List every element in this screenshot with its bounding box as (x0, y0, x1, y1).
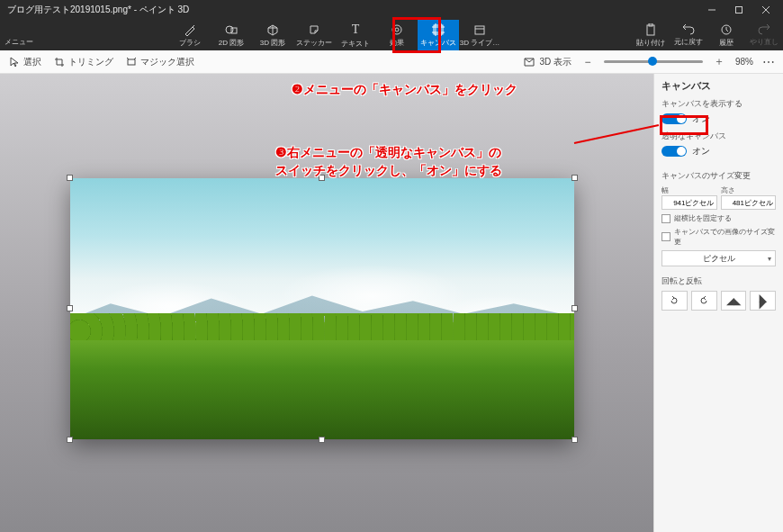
zoom-value: 98% (735, 57, 753, 67)
resize-handle[interactable] (319, 437, 325, 443)
library-icon (473, 23, 486, 36)
lock-aspect-row[interactable]: 縦横比を固定する (662, 213, 776, 223)
ribbon-stickers[interactable]: ステッカー (293, 20, 335, 50)
cursor-icon (9, 57, 20, 68)
svg-rect-1 (736, 7, 742, 14)
transparent-canvas-state: オン (692, 145, 710, 158)
resize-title: キャンバスのサイズ変更 (662, 170, 776, 182)
show-canvas-state: オン (692, 113, 710, 125)
undo-icon (682, 24, 695, 35)
undo-button[interactable]: 元に戻す (670, 20, 707, 50)
flip-v-button[interactable]: ◢◣ (750, 291, 776, 311)
text-icon: T (352, 23, 360, 37)
shapes3d-icon (266, 23, 279, 36)
resize-handle[interactable] (572, 305, 578, 311)
svg-point-7 (395, 28, 399, 32)
svg-rect-19 (128, 59, 135, 65)
paste-icon (645, 23, 656, 36)
rotate-cw-icon (698, 295, 709, 306)
canvas-image (70, 178, 574, 439)
canvas-icon (432, 23, 445, 36)
secondary-toolbar: 選択 トリミング マジック選択 3D 表示 − ＋ 98% ⋯ (0, 50, 783, 74)
height-label: 高さ (721, 186, 735, 194)
history-button[interactable]: 履歴 (707, 20, 745, 50)
zoom-slider[interactable] (604, 60, 703, 63)
menu-label: メニュー (4, 37, 33, 47)
sticker-icon (308, 23, 320, 36)
resize-handle[interactable] (67, 305, 73, 311)
rotate-title: 回転と反転 (662, 275, 776, 287)
svg-rect-16 (647, 25, 654, 35)
zoom-out-button[interactable]: − (580, 56, 595, 68)
ribbon-3d-library[interactable]: 3D ライブ… (459, 20, 500, 50)
main-area: キャンバス キャンバスを表示する オン 透明なキャンバス オン キャンバスのサイ… (0, 74, 783, 532)
width-input[interactable] (662, 195, 717, 210)
folder-icon (12, 24, 26, 35)
magic-icon (126, 57, 137, 68)
ribbon: メニュー ブラシ 2D 図形 3D 図形 ステッカー Tテキスト 効果 キャンバ… (0, 20, 783, 50)
rotate-cw-button[interactable] (691, 291, 717, 311)
canvas-panel: キャンバス キャンバスを表示する オン 透明なキャンバス オン キャンバスのサイ… (653, 74, 783, 532)
unit-select[interactable]: ピクセル (662, 250, 776, 266)
resize-image-row[interactable]: キャンバスでの画像のサイズ変更 (662, 227, 776, 247)
width-label: 幅 (662, 186, 669, 194)
magic-select-tool[interactable]: マジック選択 (126, 56, 194, 68)
resize-handle[interactable] (572, 175, 578, 181)
more-button[interactable]: ⋯ (762, 55, 776, 69)
svg-rect-14 (475, 26, 484, 34)
ribbon-effects[interactable]: 効果 (376, 20, 418, 50)
select-tool[interactable]: 選択 (9, 56, 41, 68)
flip-h-button[interactable]: ◢◣ (721, 291, 747, 311)
close-button[interactable] (752, 0, 779, 20)
show-canvas-label: キャンバスを表示する (662, 98, 776, 110)
ribbon-brushes[interactable]: ブラシ (169, 20, 211, 50)
rotate-ccw-icon (669, 295, 680, 306)
ribbon-text[interactable]: Tテキスト (335, 20, 376, 50)
window-title: ブログ用テスト20191015.png* - ペイント 3D (4, 4, 698, 16)
svg-rect-4 (13, 27, 25, 34)
shapes2d-icon (225, 23, 238, 36)
transparent-canvas-toggle[interactable] (662, 146, 687, 157)
ribbon-tools: ブラシ 2D 図形 3D 図形 ステッカー Tテキスト 効果 キャンバス 3D … (38, 20, 632, 50)
zoom-in-button[interactable]: ＋ (712, 54, 726, 69)
paste-button[interactable]: 貼り付け (632, 20, 670, 50)
history-icon (720, 23, 733, 36)
ribbon-canvas[interactable]: キャンバス (418, 20, 459, 50)
zoom-thumb[interactable] (648, 57, 657, 66)
svg-point-5 (226, 26, 233, 33)
transparent-canvas-label: 透明なキャンバス (662, 131, 776, 142)
ribbon-2d-shapes[interactable]: 2D 図形 (211, 20, 252, 50)
resize-image-checkbox[interactable] (662, 232, 670, 241)
lock-aspect-checkbox[interactable] (662, 214, 670, 223)
rotate-ccw-button[interactable] (662, 291, 688, 311)
view-3d-toggle[interactable]: 3D 表示 (523, 56, 572, 68)
resize-handle[interactable] (67, 437, 73, 443)
crop-icon (54, 57, 65, 68)
resize-handle[interactable] (319, 175, 325, 181)
brush-icon (184, 23, 196, 36)
svg-point-8 (392, 25, 401, 34)
canvas-selection[interactable] (70, 178, 574, 439)
resize-handle[interactable] (572, 437, 578, 443)
panel-title: キャンバス (662, 79, 776, 93)
view3d-icon (523, 57, 536, 68)
redo-button[interactable]: やり直し (745, 20, 783, 50)
titlebar: ブログ用テスト20191015.png* - ペイント 3D (0, 0, 783, 20)
canvas-viewport[interactable] (0, 74, 653, 532)
resize-handle[interactable] (67, 175, 73, 181)
ribbon-3d-shapes[interactable]: 3D 図形 (252, 20, 293, 50)
effects-icon (391, 23, 403, 36)
redo-icon (758, 24, 770, 35)
crop-tool[interactable]: トリミング (54, 56, 113, 68)
menu-button[interactable]: メニュー (0, 20, 38, 50)
ribbon-right: 貼り付け 元に戻す 履歴 やり直し (632, 20, 783, 50)
show-canvas-toggle[interactable] (662, 113, 687, 124)
minimize-button[interactable] (698, 0, 725, 20)
maximize-button[interactable] (725, 0, 752, 20)
height-input[interactable] (721, 195, 777, 210)
